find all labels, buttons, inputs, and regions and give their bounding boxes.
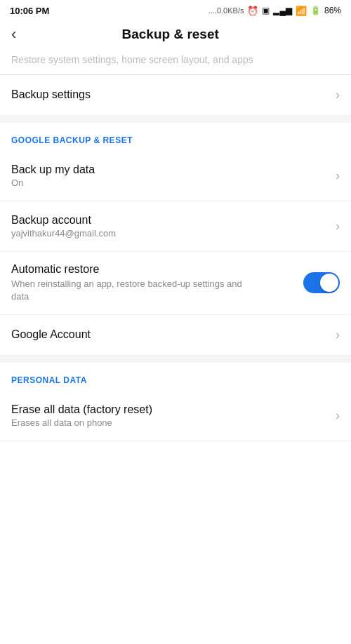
backup-account-content: Backup account yajvithakur44@gmail.com xyxy=(11,214,329,239)
status-time: 10:06 PM xyxy=(10,6,49,16)
section-gap-1 xyxy=(0,116,351,123)
network-speed: ....0.0KB/s xyxy=(208,6,244,15)
automatic-restore-toggle[interactable] xyxy=(303,272,340,293)
truncated-description: Restore system settings, home screen lay… xyxy=(0,49,351,74)
erase-all-data-row[interactable]: Erase all data (factory reset) Erases al… xyxy=(0,391,351,441)
google-backup-section-header: GOOGLE BACKUP & RESET xyxy=(0,123,351,151)
battery-icon: 🔋 xyxy=(310,6,321,15)
backup-settings-label: Backup settings xyxy=(11,88,329,101)
erase-all-data-subtitle: Erases all data on phone xyxy=(11,417,329,428)
chevron-icon: › xyxy=(336,219,340,234)
back-up-my-data-row[interactable]: Back up my data On › xyxy=(0,151,351,201)
erase-all-data-content: Erase all data (factory reset) Erases al… xyxy=(11,403,329,428)
google-account-label: Google Account xyxy=(11,328,329,341)
chevron-icon: › xyxy=(336,168,340,183)
wifi-icon: 📶 xyxy=(296,6,307,16)
back-up-my-data-label: Back up my data xyxy=(11,163,329,176)
automatic-restore-row[interactable]: Automatic restore When reinstalling an a… xyxy=(0,252,351,315)
google-account-row[interactable]: Google Account › xyxy=(0,315,351,356)
status-bar: 10:06 PM ....0.0KB/s ⏰ ▣ ▂▄▆ 📶 🔋 86% xyxy=(0,0,351,20)
google-account-content: Google Account xyxy=(11,328,329,341)
status-icons: ....0.0KB/s ⏰ ▣ ▂▄▆ 📶 🔋 86% xyxy=(208,6,341,16)
alarm-icon: ⏰ xyxy=(247,6,258,16)
signal-icon: ▂▄▆ xyxy=(273,6,292,15)
chevron-icon: › xyxy=(336,88,340,102)
truncated-text: Restore system settings, home screen lay… xyxy=(11,54,253,65)
backup-settings-content: Backup settings xyxy=(11,88,329,101)
automatic-restore-label: Automatic restore xyxy=(11,263,295,276)
back-up-my-data-subtitle: On xyxy=(11,177,329,188)
chevron-icon: › xyxy=(336,408,340,423)
section-gap-2 xyxy=(0,356,351,363)
back-up-my-data-content: Back up my data On xyxy=(11,163,329,188)
battery-percentage: 86% xyxy=(324,6,341,15)
header: ‹ Backup & reset xyxy=(0,20,351,49)
automatic-restore-subtitle: When reinstalling an app, restore backed… xyxy=(11,278,250,303)
automatic-restore-content: Automatic restore When reinstalling an a… xyxy=(11,263,295,303)
page-title: Backup & reset xyxy=(25,27,316,42)
backup-account-subtitle: yajvithakur44@gmail.com xyxy=(11,228,329,239)
back-button[interactable]: ‹ xyxy=(11,27,16,42)
chevron-icon: › xyxy=(336,328,340,342)
backup-account-row[interactable]: Backup account yajvithakur44@gmail.com › xyxy=(0,201,351,252)
sim-icon: ▣ xyxy=(262,6,270,15)
erase-all-data-label: Erase all data (factory reset) xyxy=(11,403,329,416)
personal-data-section-header: PERSONAL DATA xyxy=(0,363,351,391)
backup-settings-row[interactable]: Backup settings › xyxy=(0,75,351,116)
backup-account-label: Backup account xyxy=(11,214,329,227)
